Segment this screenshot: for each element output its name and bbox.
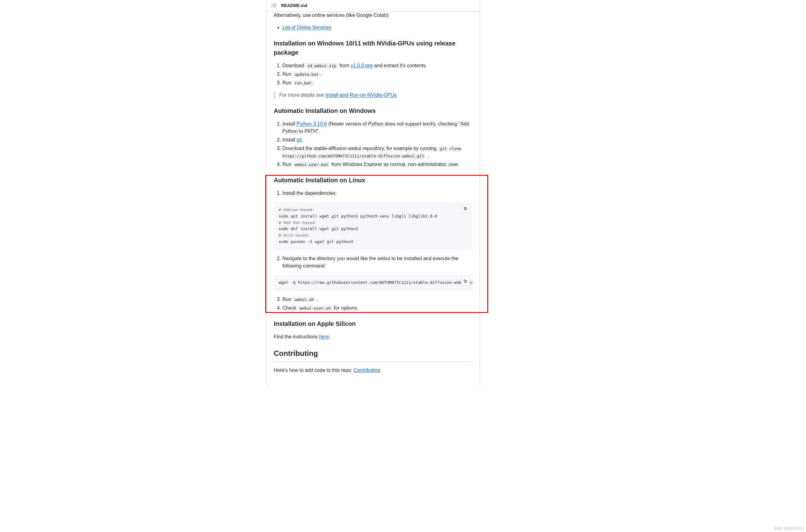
link-contributing[interactable]: Contributing <box>354 367 380 373</box>
inline-code: run.bat <box>293 80 313 86</box>
readme-body: Alternatively, use online services (like… <box>267 12 480 386</box>
svg-rect-1 <box>464 207 466 209</box>
list-item: Run update.bat. <box>282 71 472 78</box>
svg-rect-2 <box>464 281 467 283</box>
copy-button[interactable] <box>461 277 470 286</box>
code-block-linux-deps: # Debian-based: sudo apt install wget gi… <box>274 202 472 250</box>
list-item: Install git. <box>282 136 472 144</box>
inline-code: sd.webui.zip <box>306 63 338 69</box>
list-item: Navigate to the directory you would like… <box>282 255 472 270</box>
readme-container: README.md Alternatively, use online serv… <box>266 0 480 386</box>
svg-rect-0 <box>464 208 467 210</box>
list-item: Install the dependencies: <box>282 190 472 197</box>
list-item: Check webui-user.sh for options. <box>282 304 472 312</box>
toc-icon[interactable] <box>271 3 276 8</box>
heading-win-release: Installation on Windows 10/11 with NVidi… <box>274 39 472 57</box>
list-item: Install Python 3.10.6 (Newer version of … <box>282 120 472 135</box>
list-item: List of Online Services <box>282 24 472 31</box>
link-git[interactable]: git <box>297 137 302 142</box>
copy-button[interactable] <box>461 204 470 213</box>
link-apple-here[interactable]: here <box>319 334 329 339</box>
readme-header-bar: README.md <box>267 0 480 12</box>
blockquote-more-details: For more details see Install-and-Run-on-… <box>274 91 472 99</box>
heading-win-auto: Automatic Installation on Windows <box>274 106 472 115</box>
list-item: Download the stable-diffusion-webui repo… <box>282 145 472 159</box>
list-item: Run webui-user.bat from Windows Explorer… <box>282 161 472 168</box>
link-online-services[interactable]: List of Online Services <box>282 25 331 30</box>
heading-apple-silicon: Installation on Apple Silicon <box>274 319 472 328</box>
paragraph-apple: Find the instructions here. <box>274 333 472 341</box>
link-v100pre[interactable]: v1.0.0-pre <box>351 63 373 68</box>
heading-contributing: Contributing <box>274 348 472 362</box>
readme-filename[interactable]: README.md <box>281 2 308 9</box>
heading-linux-auto: Automatic Installation on Linux <box>274 175 472 185</box>
list-item: Run webui.sh . <box>282 296 472 303</box>
svg-rect-3 <box>464 280 466 282</box>
inline-code: webui-user.bat <box>293 162 330 168</box>
inline-code: update.bat <box>293 72 320 77</box>
list-item: Download sd.webui.zip from v1.0.0-pre an… <box>282 62 472 69</box>
paragraph-contrib: Here's how to add code to this repo: Con… <box>274 367 472 374</box>
code-block-linux-wget: wget -q https://raw.githubusercontent.co… <box>274 274 472 291</box>
paragraph-alt-services: Alternatively, use online services (like… <box>274 12 472 19</box>
inline-code: webui-user.sh <box>297 305 332 311</box>
inline-code: webui.sh <box>293 297 316 303</box>
link-install-run-nvidia[interactable]: Install-and-Run-on-NVidia-GPUs <box>326 92 397 98</box>
link-python[interactable]: Python 3.10.6 <box>297 121 327 127</box>
list-item: Run run.bat. <box>282 79 472 87</box>
